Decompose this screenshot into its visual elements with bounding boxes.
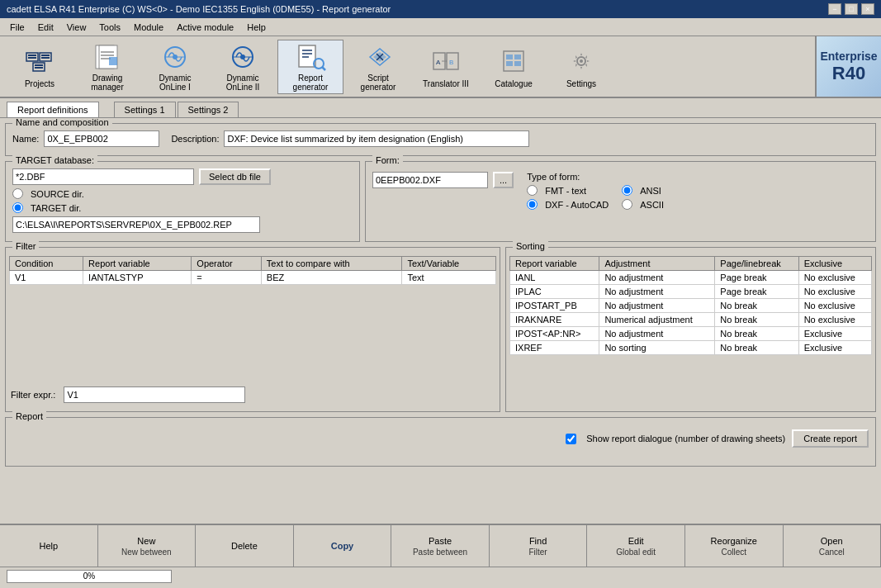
desc-input[interactable]	[224, 130, 529, 147]
filter-col-text: Text to compare with	[261, 257, 402, 271]
filter-col-variable: Report variable	[83, 257, 192, 271]
target-dir-radio[interactable]	[12, 202, 23, 213]
toolbar-script-generator[interactable]: Script generator	[345, 40, 411, 94]
maximize-button[interactable]: □	[845, 3, 858, 15]
menu-item-tools[interactable]: Tools	[92, 21, 127, 34]
menu-item-view[interactable]: View	[60, 21, 93, 34]
projects-icon	[23, 45, 56, 78]
form-input[interactable]	[372, 172, 488, 188]
path-input[interactable]	[12, 216, 260, 233]
svg-rect-7	[35, 64, 43, 66]
script-generator-icon	[362, 42, 395, 72]
source-dir-radio[interactable]	[12, 188, 23, 199]
sorting-row[interactable]: IPOSTART_PBNo adjustmentNo breakNo exclu…	[510, 299, 872, 313]
bottom-btn-copy[interactable]: Copy	[294, 525, 392, 567]
sorting-cell-exclusive: No exclusive	[798, 299, 871, 313]
bottom-btn-main-label: Open	[821, 536, 843, 546]
fmt-radio[interactable]	[527, 185, 538, 196]
toolbar-report-generator-label: Report generator	[282, 74, 339, 92]
bottom-btn-find[interactable]: FindFilter	[490, 525, 588, 567]
dynamic-online-2-icon	[226, 42, 259, 72]
toolbar-dynamic-online-1-label: Dynamic OnLine I	[146, 74, 204, 92]
toolbar-report-generator[interactable]: Report generator	[277, 40, 343, 94]
target-db-input[interactable]	[12, 168, 194, 185]
catalogue-icon	[497, 45, 530, 78]
settings-icon	[565, 45, 598, 78]
titlebar-controls: − □ ×	[828, 3, 874, 15]
sorting-table: Report variable Adjustment Page/linebrea…	[509, 256, 872, 355]
name-input[interactable]	[44, 130, 159, 147]
sorting-row[interactable]: IANLNo adjustmentPage breakNo exclusive	[510, 271, 872, 285]
enterprise-label: Enterprise	[820, 50, 877, 63]
sorting-cell-adjustment: No sorting	[599, 341, 715, 355]
sorting-col-exclusive: Exclusive	[798, 257, 871, 271]
show-report-checkbox[interactable]	[566, 434, 576, 444]
tab-settings-2[interactable]: Settings 2	[178, 102, 239, 117]
bottom-btn-paste[interactable]: PastePaste between	[391, 525, 490, 567]
bottom-btn-sub-label: Global edit	[616, 548, 656, 557]
filter-expr-input[interactable]	[64, 386, 245, 403]
ansi-radio[interactable]	[622, 185, 632, 196]
menu-item-edit[interactable]: Edit	[31, 21, 60, 34]
bottom-btn-help[interactable]: Help	[0, 525, 98, 567]
sorting-cell-adjustment: No adjustment	[599, 327, 715, 341]
sorting-cell-pagebreak: No break	[715, 341, 798, 355]
dynamic-online-1-icon	[159, 42, 192, 72]
tab-report-definitions[interactable]: Report definitions	[7, 102, 99, 117]
report-section: Report Show report dialogue (number of d…	[5, 417, 876, 467]
bottom-btn-open[interactable]: OpenCancel	[784, 525, 882, 567]
toolbar-dynamic-online-1[interactable]: Dynamic OnLine I	[142, 40, 208, 94]
titlebar-title: cadett ELSA R41 Enterprise (C) WS<0> - D…	[7, 4, 391, 14]
bottom-btn-sub-label: Cancel	[819, 548, 845, 557]
toolbar-dynamic-online-2[interactable]: Dynamic OnLine II	[210, 40, 276, 94]
sorting-row[interactable]: IXREFNo sortingNo breakExclusive	[510, 341, 872, 355]
toolbar-drawing-manager-label: Drawing manager	[78, 74, 136, 92]
filter-table: Condition Report variable Operator Text …	[9, 256, 496, 285]
filter-cell-condition: V1	[10, 271, 83, 285]
menu-item-help[interactable]: Help	[240, 21, 272, 34]
filter-row[interactable]: V1IANTALSTYP=BEZText	[10, 271, 496, 285]
sorting-cell-adjustment: No adjustment	[599, 299, 715, 313]
bottom-btn-delete[interactable]: Delete	[196, 525, 294, 567]
progress-bar: 0%	[7, 570, 172, 583]
toolbar-translator[interactable]: A B Translator III	[413, 40, 479, 94]
minimize-button[interactable]: −	[828, 3, 841, 15]
toolbar-settings[interactable]: Settings	[548, 40, 614, 94]
dxf-radio[interactable]	[527, 199, 538, 210]
sorting-row[interactable]: IPLACNo adjustmentPage breakNo exclusive	[510, 285, 872, 299]
sorting-col-pagebreak: Page/linebreak	[715, 257, 798, 271]
svg-rect-41	[514, 61, 521, 66]
toolbar-projects-label: Projects	[25, 79, 54, 88]
menu-item-module[interactable]: Module	[127, 21, 170, 34]
tab-settings-1[interactable]: Settings 1	[114, 102, 176, 117]
statusbar: 0%	[0, 567, 881, 585]
drawing-manager-icon	[91, 42, 124, 72]
toolbar-catalogue[interactable]: Catalogue	[481, 40, 547, 94]
svg-rect-14	[109, 57, 117, 65]
ascii-radio[interactable]	[622, 199, 632, 210]
sorting-col-variable: Report variable	[510, 257, 599, 271]
bottom-btn-reorganize[interactable]: ReorganizeCollect	[685, 525, 784, 567]
form-dots-button[interactable]: ...	[493, 172, 514, 188]
svg-rect-21	[299, 45, 315, 67]
toolbar-drawing-manager[interactable]: Drawing manager	[74, 40, 140, 94]
sorting-cell-pagebreak: No break	[715, 299, 798, 313]
bottom-btn-edit[interactable]: EditGlobal edit	[587, 525, 685, 567]
sorting-cell-pagebreak: Page break	[715, 285, 798, 299]
bottom-btn-main-label: Find	[529, 536, 547, 546]
menu-item-active-module[interactable]: Active module	[170, 21, 240, 34]
svg-rect-8	[35, 67, 43, 69]
create-report-button[interactable]: Create report	[792, 429, 869, 448]
close-button[interactable]: ×	[861, 3, 874, 15]
ansi-label: ANSI	[640, 186, 661, 196]
enterprise-badge: Enterprise R40	[815, 36, 881, 97]
sorting-cell-adjustment: No adjustment	[599, 285, 715, 299]
select-db-button[interactable]: Select db file	[199, 168, 271, 185]
sorting-row[interactable]: IRAKNARENumerical adjustmentNo breakNo e…	[510, 313, 872, 327]
sorting-row[interactable]: IPOST<AP:NR>No adjustmentNo breakExclusi…	[510, 327, 872, 341]
svg-point-43	[580, 59, 583, 63]
toolbar-projects[interactable]: Projects	[7, 40, 73, 94]
tabs-row: Report definitions Settings 1 Settings 2	[0, 98, 881, 118]
bottom-btn-new[interactable]: NewNew between	[98, 525, 197, 567]
menu-item-file[interactable]: File	[3, 21, 31, 34]
